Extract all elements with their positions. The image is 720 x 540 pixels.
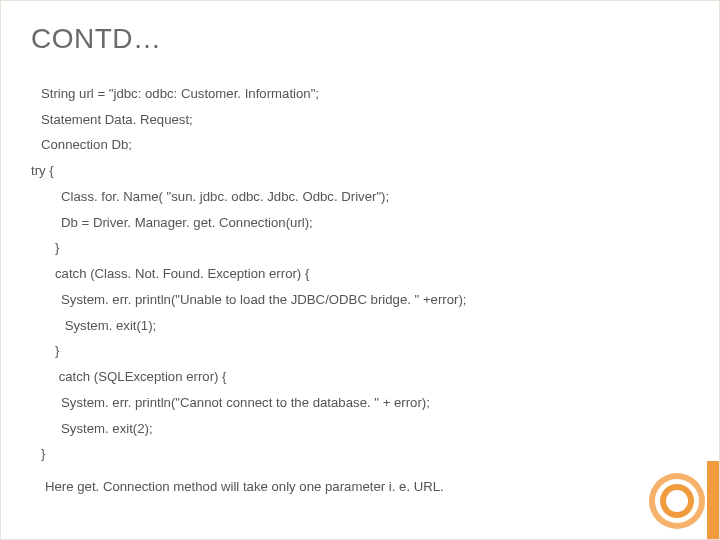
title-first-letter: CONTD… bbox=[31, 23, 162, 54]
code-line: Connection Db; bbox=[31, 132, 689, 158]
code-block: String url = "jdbc: odbc: Customer. Info… bbox=[31, 81, 689, 467]
code-line: try { bbox=[31, 158, 689, 184]
corner-decoration-icon bbox=[649, 473, 705, 529]
code-line: } bbox=[31, 235, 689, 261]
code-line: String url = "jdbc: odbc: Customer. Info… bbox=[31, 81, 689, 107]
slide-title: CONTD… bbox=[31, 23, 689, 55]
code-line: } bbox=[31, 441, 689, 467]
code-line: Statement Data. Request; bbox=[31, 107, 689, 133]
code-line: Db = Driver. Manager. get. Connection(ur… bbox=[31, 210, 689, 236]
code-line: System. err. println("Unable to load the… bbox=[31, 287, 689, 313]
accent-side-bar bbox=[707, 461, 719, 539]
code-line: System. err. println("Cannot connect to … bbox=[31, 390, 689, 416]
code-line: System. exit(1); bbox=[31, 313, 689, 339]
code-line: System. exit(2); bbox=[31, 416, 689, 442]
slide: CONTD… String url = "jdbc: odbc: Custome… bbox=[1, 1, 719, 539]
footer-note: Here get. Connection method will take on… bbox=[31, 479, 689, 494]
code-line: } bbox=[31, 338, 689, 364]
code-line: catch (SQLException error) { bbox=[31, 364, 689, 390]
code-line: catch (Class. Not. Found. Exception erro… bbox=[31, 261, 689, 287]
code-line: Class. for. Name( "sun. jdbc. odbc. Jdbc… bbox=[31, 184, 689, 210]
